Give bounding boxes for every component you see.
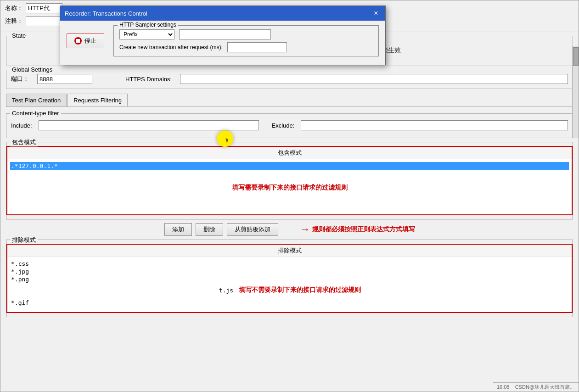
tab-content-requests: Content-type filter Include: Exclude: 包含… <box>6 107 573 323</box>
add-button[interactable]: 添加 <box>164 223 192 236</box>
dialog-close-button[interactable]: × <box>371 9 381 18</box>
stop-square <box>76 39 80 43</box>
exclude-pattern-group: 排除模式 排除模式 *.css *.jpg *.png t.js 填写不需要录制… <box>6 240 573 317</box>
pattern-buttons: 添加 删除 从剪贴板添加 → 规则都必须按照正则表达式方式填写 <box>6 223 573 236</box>
content-filter-title: Content-type filter <box>10 110 61 117</box>
cursor-arrow <box>225 138 228 143</box>
include-pattern-content: .*127.0.0.1.* 填写需要录制下来的接口请求的过滤规则 <box>7 159 572 214</box>
exclude-pattern-header: 排除模式 <box>7 245 572 257</box>
recorder-dialog: Recorder: Transactions Control × 停止 HTTP… <box>60 6 386 65</box>
include-input[interactable] <box>39 120 259 130</box>
status-text: CSDN@幼儿园大班首席。 <box>515 384 575 390</box>
global-settings-group: Global Settings 端口： HTTPS Domains: <box>6 70 573 89</box>
dialog-title: Recorder: Transactions Control <box>65 10 147 17</box>
http-sampler-settings: HTTP Sampler settings Prefix Suffix None… <box>113 25 379 56</box>
transaction-input[interactable] <box>227 42 287 52</box>
regex-annotation-container: → 规则都必须按照正则表达式方式填写 <box>300 224 415 235</box>
regex-annotation: 规则都必须按照正则表达式方式填写 <box>312 225 415 234</box>
exclude-pattern-item-0[interactable]: *.css <box>10 260 569 268</box>
http-settings-title: HTTP Sampler settings <box>118 22 178 28</box>
include-group-title: 包含模式 <box>10 138 38 146</box>
exclude-group-title: 排除模式 <box>10 236 38 244</box>
name-label: 名称： <box>5 4 23 12</box>
exclude-annotation: 填写不需要录制下来的接口请求的过滤规则 <box>239 286 361 294</box>
stop-circle-icon <box>74 37 82 45</box>
tab-requests-filtering[interactable]: Requests Filtering <box>67 94 128 106</box>
https-input[interactable] <box>180 74 568 84</box>
https-label: HTTPS Domains: <box>125 76 172 83</box>
tabs-container: Test Plan Creation Requests Filtering <box>6 94 573 107</box>
port-input[interactable] <box>37 74 92 84</box>
port-label: 端口： <box>11 75 29 83</box>
exclude-pattern-item-1[interactable]: *.jpg <box>10 268 569 275</box>
tab-test-plan[interactable]: Test Plan Creation <box>6 94 67 106</box>
content-type-filter-group: Content-type filter Include: Exclude: <box>6 113 573 138</box>
include-pattern-item-0[interactable]: .*127.0.0.1.* <box>10 162 569 170</box>
exclude-label: Exclude: <box>272 122 295 129</box>
right-scrollbar[interactable] <box>572 46 579 138</box>
arrow-icon: → <box>300 224 310 235</box>
dialog-stop-button[interactable]: 停止 <box>67 34 104 48</box>
include-pattern-section: 包含模式 .*127.0.0.1.* 填写需要录制下来的接口请求的过滤规则 <box>6 146 573 215</box>
scrollbar-thumb[interactable] <box>573 47 579 66</box>
exclude-pattern-content: *.css *.jpg *.png t.js 填写不需要录制下来的接口请求的过滤… <box>7 257 572 312</box>
status-bar: 16:08 CSDN@幼儿园大班首席。 <box>493 382 579 392</box>
exclude-input[interactable] <box>301 120 568 130</box>
transaction-label: Create new transaction after request (ms… <box>119 44 223 50</box>
comment-label: 注释： <box>5 17 23 25</box>
exclude-pattern-item-2[interactable]: *.png <box>10 275 569 283</box>
state-group-title: State <box>10 32 28 39</box>
clipboard-button[interactable]: 从剪贴板添加 <box>227 223 278 236</box>
include-pattern-group: 包含模式 包含模式 .*127.0.0.1.* 填写需要录制下来的接口请求的过滤… <box>6 142 573 219</box>
include-pattern-header: 包含模式 <box>7 147 572 159</box>
include-annotation: 填写需要录制下来的接口请求的过滤规则 <box>232 184 348 191</box>
delete-button[interactable]: 删除 <box>196 223 223 236</box>
include-label: Include: <box>11 122 32 129</box>
time-display: 16:08 <box>497 384 510 390</box>
dialog-titlebar: Recorder: Transactions Control × <box>60 6 385 21</box>
dialog-content: 停止 HTTP Sampler settings Prefix Suffix N… <box>60 21 385 65</box>
exclude-pattern-item-4[interactable]: *.gif <box>10 299 569 307</box>
exclude-pattern-section: 排除模式 *.css *.jpg *.png t.js 填写不需要录制下来的接口… <box>6 244 573 313</box>
prefix-select[interactable]: Prefix Suffix None <box>119 29 174 39</box>
exclude-pattern-item-3[interactable]: t.js <box>218 286 234 294</box>
prefix-value-input[interactable] <box>179 29 271 39</box>
name-input[interactable] <box>26 3 62 13</box>
cursor-indicator <box>217 130 233 147</box>
global-settings-title: Global Settings <box>10 66 54 73</box>
